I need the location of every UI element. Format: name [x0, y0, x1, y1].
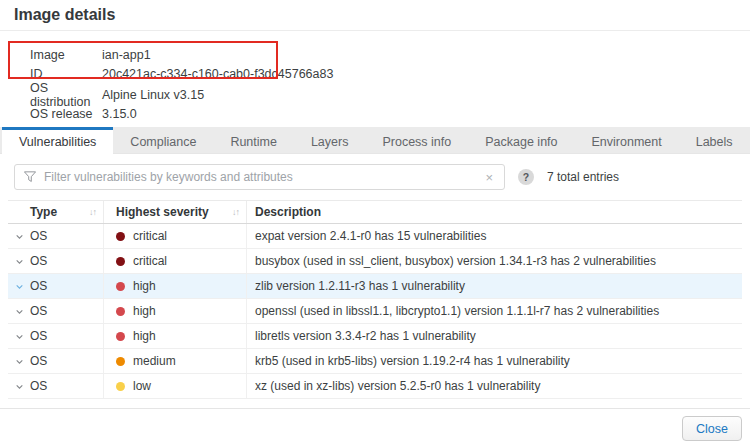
table-row[interactable]: OS critical expat version 2.4.1-r0 has 1…	[8, 224, 742, 249]
detail-row: ID 20c421ac-c334-c160-cab0-f3dc45766a83	[0, 64, 750, 83]
severity-dot-icon	[116, 332, 125, 341]
row-expand-chevron-icon[interactable]	[15, 232, 24, 241]
total-entries-label: 7 total entries	[547, 170, 619, 184]
tab-environment[interactable]: Environment	[575, 127, 679, 153]
tab-label: Environment	[592, 135, 662, 149]
row-description: expat version 2.4.1-r0 has 15 vulnerabil…	[255, 229, 486, 243]
row-expand-chevron-icon[interactable]	[15, 332, 24, 341]
tab-label: Package info	[485, 135, 557, 149]
tab-package-info[interactable]: Package info	[468, 127, 574, 153]
image-details-section: Image ian-app1 ID 20c421ac-c334-c160-cab…	[0, 31, 750, 127]
tab-bar: Vulnerabilities Compliance Runtime Layer…	[0, 127, 750, 154]
severity-dot-icon	[116, 257, 125, 266]
tab-label: Process info	[382, 135, 451, 149]
image-details-dialog: Image details Image ian-app1 ID 20c421ac…	[0, 0, 750, 446]
title-bar: Image details	[0, 0, 750, 31]
row-type: OS	[30, 329, 47, 343]
footer: Close	[0, 408, 750, 446]
page-title: Image details	[14, 6, 115, 24]
row-severity: medium	[133, 354, 176, 368]
detail-label: ID	[30, 67, 102, 81]
column-header-type[interactable]: Type ↓↑	[8, 201, 104, 223]
row-expand-chevron-icon[interactable]	[15, 257, 24, 266]
table-row[interactable]: OS low xz (used in xz-libs) version 5.2.…	[8, 374, 742, 399]
tab-labels[interactable]: Labels	[679, 127, 750, 153]
filter-funnel-icon	[24, 171, 36, 183]
severity-dot-icon	[116, 232, 125, 241]
row-type: OS	[30, 254, 47, 268]
tab-vulnerabilities[interactable]: Vulnerabilities	[2, 127, 113, 154]
row-description: krb5 (used in krb5-libs) version 1.19.2-…	[255, 354, 570, 368]
detail-value: 20c421ac-c334-c160-cab0-f3dc45766a83	[102, 67, 333, 81]
tab-label: Layers	[311, 135, 349, 149]
help-icon[interactable]: ?	[518, 169, 534, 185]
column-header-highest-severity[interactable]: Highest severity ↓↑	[104, 201, 247, 223]
column-header-description: Description	[247, 201, 742, 223]
row-description: xz (used in xz-libs) version 5.2.5-r0 ha…	[255, 379, 540, 393]
detail-value: 3.15.0	[102, 107, 137, 121]
tab-label: Runtime	[230, 135, 277, 149]
detail-row: OS distribution Alpine Linux v3.15	[0, 85, 750, 104]
row-description: zlib version 1.2.11-r3 has 1 vulnerabili…	[255, 279, 465, 293]
row-severity: low	[133, 379, 151, 393]
tab-runtime[interactable]: Runtime	[213, 127, 294, 153]
detail-label: OS distribution	[30, 81, 102, 109]
table-body: OS critical expat version 2.4.1-r0 has 1…	[8, 224, 742, 399]
row-severity: high	[133, 329, 156, 343]
filter-input[interactable]	[44, 170, 483, 184]
filter-bar: × ? 7 total entries	[0, 154, 750, 200]
sort-icon[interactable]: ↓↑	[232, 207, 239, 217]
row-description: openssl (used in libssl1.1, libcrypto1.1…	[255, 304, 659, 318]
table-row[interactable]: OS high libretls version 3.3.4-r2 has 1 …	[8, 324, 742, 349]
row-expand-chevron-icon[interactable]	[15, 382, 24, 391]
row-expand-chevron-icon[interactable]	[15, 282, 24, 291]
tab-label: Labels	[696, 135, 733, 149]
row-type: OS	[30, 229, 47, 243]
severity-dot-icon	[116, 307, 125, 316]
clear-filter-icon[interactable]: ×	[483, 169, 495, 186]
row-severity: high	[133, 304, 156, 318]
table-row[interactable]: OS high openssl (used in libssl1.1, libc…	[8, 299, 742, 324]
row-type: OS	[30, 379, 47, 393]
row-severity: critical	[133, 229, 167, 243]
row-description: busybox (used in ssl_client, busybox) ve…	[255, 254, 656, 268]
row-type: OS	[30, 304, 47, 318]
severity-dot-icon	[116, 282, 125, 291]
vulnerabilities-table: Type ↓↑ Highest severity ↓↑ Description …	[8, 200, 742, 399]
detail-label: OS release	[30, 107, 102, 121]
table-row[interactable]: OS medium krb5 (used in krb5-libs) versi…	[8, 349, 742, 374]
tab-process-info[interactable]: Process info	[365, 127, 468, 153]
severity-dot-icon	[116, 357, 125, 366]
table-header-row: Type ↓↑ Highest severity ↓↑ Description	[8, 200, 742, 224]
detail-value: ian-app1	[102, 48, 151, 62]
row-severity: high	[133, 279, 156, 293]
tab-compliance[interactable]: Compliance	[113, 127, 213, 153]
row-type: OS	[30, 354, 47, 368]
row-severity: critical	[133, 254, 167, 268]
table-row[interactable]: OS critical busybox (used in ssl_client,…	[8, 249, 742, 274]
detail-rows: Image ian-app1 ID 20c421ac-c334-c160-cab…	[0, 31, 750, 123]
row-type: OS	[30, 279, 47, 293]
severity-dot-icon	[116, 382, 125, 391]
row-expand-chevron-icon[interactable]	[15, 357, 24, 366]
detail-label: Image	[30, 48, 102, 62]
table-row[interactable]: OS high zlib version 1.2.11-r3 has 1 vul…	[8, 274, 742, 299]
close-button[interactable]: Close	[682, 416, 742, 441]
tab-label: Compliance	[130, 135, 196, 149]
row-description: libretls version 3.3.4-r2 has 1 vulnerab…	[255, 329, 476, 343]
sort-icon[interactable]: ↓↑	[89, 207, 96, 217]
filter-input-wrap[interactable]: ×	[14, 164, 505, 190]
detail-row: Image ian-app1	[0, 45, 750, 64]
detail-value: Alpine Linux v3.15	[102, 88, 204, 102]
tab-label: Vulnerabilities	[19, 135, 96, 149]
detail-row: OS release 3.15.0	[0, 104, 750, 123]
tab-layers[interactable]: Layers	[294, 127, 366, 153]
row-expand-chevron-icon[interactable]	[15, 307, 24, 316]
